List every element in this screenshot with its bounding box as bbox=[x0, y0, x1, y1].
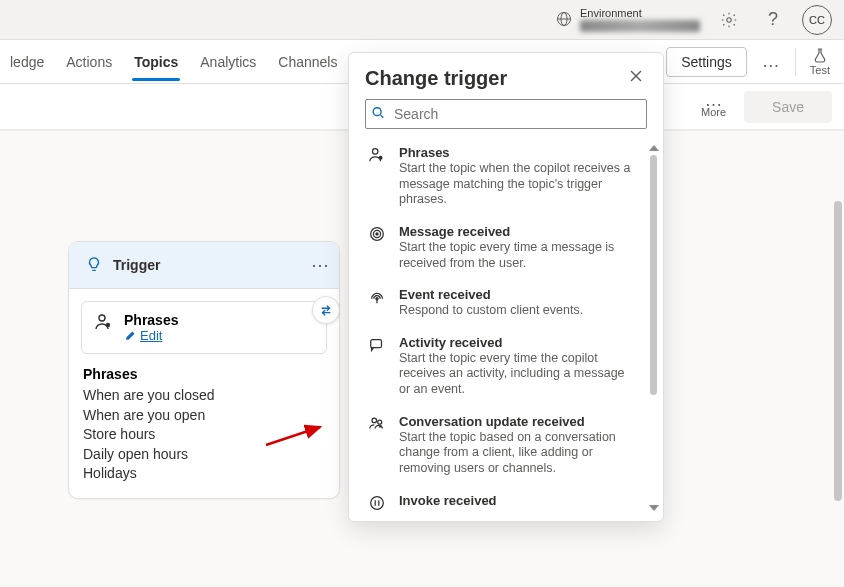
svg-point-13 bbox=[379, 156, 383, 160]
trigger-option-title: Phrases bbox=[399, 145, 639, 160]
environment-bar: Environment ? CC bbox=[0, 0, 844, 40]
more-icon: … bbox=[705, 95, 723, 106]
trigger-phrase: When are you open bbox=[83, 406, 325, 426]
svg-point-22 bbox=[371, 496, 384, 509]
test-button[interactable]: Test bbox=[804, 47, 836, 76]
flyout-title: Change trigger bbox=[365, 67, 507, 90]
canvas-scrollbar[interactable] bbox=[834, 201, 842, 587]
more-label: More bbox=[701, 106, 726, 118]
trigger-option-desc: Start the topic based on a conversation … bbox=[399, 430, 639, 477]
flyout-search bbox=[365, 99, 647, 129]
trigger-option-title: Event received bbox=[399, 287, 639, 302]
trigger-card: Trigger ⋯ Phrases Edit bbox=[68, 241, 340, 499]
nav-divider bbox=[795, 48, 796, 76]
svg-line-11 bbox=[381, 115, 384, 118]
trigger-option-title: Message received bbox=[399, 224, 639, 239]
svg-point-12 bbox=[373, 149, 378, 154]
svg-point-5 bbox=[99, 315, 105, 321]
trigger-option-desc: Start the topic when the copilot receive… bbox=[399, 161, 639, 208]
trigger-option-message-received[interactable]: Message receivedStart the topic every ti… bbox=[365, 216, 639, 279]
trigger-option-title: Conversation update received bbox=[399, 414, 639, 429]
nav-tab-topics[interactable]: Topics bbox=[132, 44, 180, 80]
phrases-node-title: Phrases bbox=[124, 312, 178, 328]
change-trigger-button[interactable] bbox=[312, 296, 340, 324]
trigger-phrase: Daily open hours bbox=[83, 445, 325, 465]
change-trigger-flyout: Change trigger PhrasesStart the topic wh… bbox=[348, 52, 664, 522]
trigger-option-activity-received[interactable]: Activity receivedStart the topic every t… bbox=[365, 327, 639, 406]
svg-rect-19 bbox=[371, 339, 382, 347]
trigger-option-desc: Respond to custom client events. bbox=[399, 303, 639, 319]
person-icon bbox=[365, 145, 389, 208]
svg-point-16 bbox=[376, 233, 378, 235]
globe-icon bbox=[556, 11, 572, 29]
person-icon bbox=[94, 312, 114, 336]
svg-point-6 bbox=[106, 323, 110, 327]
nav-overflow-button[interactable]: … bbox=[755, 47, 787, 77]
trigger-option-desc: Start the topic every time the copilot r… bbox=[399, 351, 639, 398]
trigger-option-desc: Respond to advanced inputs, such as butt… bbox=[399, 509, 639, 512]
phrase-list-header: Phrases bbox=[83, 366, 325, 382]
environment-label: Environment bbox=[580, 7, 700, 20]
help-icon[interactable]: ? bbox=[758, 5, 788, 35]
user-avatar[interactable]: CC bbox=[802, 5, 832, 35]
flyout-close-button[interactable] bbox=[625, 65, 647, 91]
search-icon bbox=[371, 106, 385, 123]
trigger-phrase: Holidays bbox=[83, 464, 325, 484]
trigger-phrases-node[interactable]: Phrases Edit bbox=[81, 301, 327, 354]
target-icon bbox=[365, 224, 389, 271]
trigger-phrase: Store hours bbox=[83, 425, 325, 445]
trigger-card-title: Trigger bbox=[113, 257, 160, 273]
environment-picker[interactable]: Environment bbox=[556, 7, 700, 32]
trigger-card-menu[interactable]: ⋯ bbox=[311, 254, 329, 276]
save-button[interactable]: Save bbox=[744, 91, 832, 123]
svg-point-17 bbox=[376, 298, 378, 300]
trigger-card-header[interactable]: Trigger ⋯ bbox=[69, 242, 339, 289]
settings-gear-icon[interactable] bbox=[714, 5, 744, 35]
swap-icon bbox=[319, 303, 333, 317]
close-icon bbox=[629, 69, 643, 83]
trigger-option-title: Activity received bbox=[399, 335, 639, 350]
flyout-scrollbar[interactable] bbox=[649, 145, 659, 511]
trigger-option-invoke-received[interactable]: Invoke receivedRespond to advanced input… bbox=[365, 485, 639, 512]
trigger-option-event-received[interactable]: Event receivedRespond to custom client e… bbox=[365, 279, 639, 327]
svg-point-3 bbox=[727, 17, 732, 22]
environment-name bbox=[580, 20, 700, 32]
flask-icon bbox=[812, 47, 828, 63]
settings-button[interactable]: Settings bbox=[666, 47, 747, 77]
people-icon bbox=[365, 414, 389, 477]
svg-point-10 bbox=[373, 108, 381, 116]
nav-tab-analytics[interactable]: Analytics bbox=[198, 44, 258, 80]
trigger-phrase-list: Phrases When are you closed When are you… bbox=[69, 366, 339, 498]
trigger-option-phrases[interactable]: PhrasesStart the topic when the copilot … bbox=[365, 137, 639, 216]
trigger-option-conversation-update-received[interactable]: Conversation update receivedStart the to… bbox=[365, 406, 639, 485]
trigger-option-title: Invoke received bbox=[399, 493, 639, 508]
trigger-phrase: When are you closed bbox=[83, 386, 325, 406]
nav-tab-knowledge[interactable]: ledge bbox=[8, 44, 46, 80]
pause-icon bbox=[365, 493, 389, 512]
trigger-option-desc: Start the topic every time a message is … bbox=[399, 240, 639, 271]
flyout-trigger-list: PhrasesStart the topic when the copilot … bbox=[349, 137, 663, 521]
phrases-edit-link[interactable]: Edit bbox=[124, 328, 178, 343]
nav-tab-channels[interactable]: Channels bbox=[276, 44, 339, 80]
flyout-search-input[interactable] bbox=[365, 99, 647, 129]
broadcast-icon bbox=[365, 287, 389, 319]
svg-point-21 bbox=[378, 420, 382, 424]
test-label: Test bbox=[810, 64, 830, 76]
chat-icon bbox=[365, 335, 389, 398]
svg-point-20 bbox=[372, 418, 377, 423]
lightbulb-icon bbox=[79, 250, 109, 280]
nav-tab-actions[interactable]: Actions bbox=[64, 44, 114, 80]
pencil-icon bbox=[124, 330, 136, 342]
toolbar-more-button[interactable]: … More bbox=[693, 95, 734, 118]
